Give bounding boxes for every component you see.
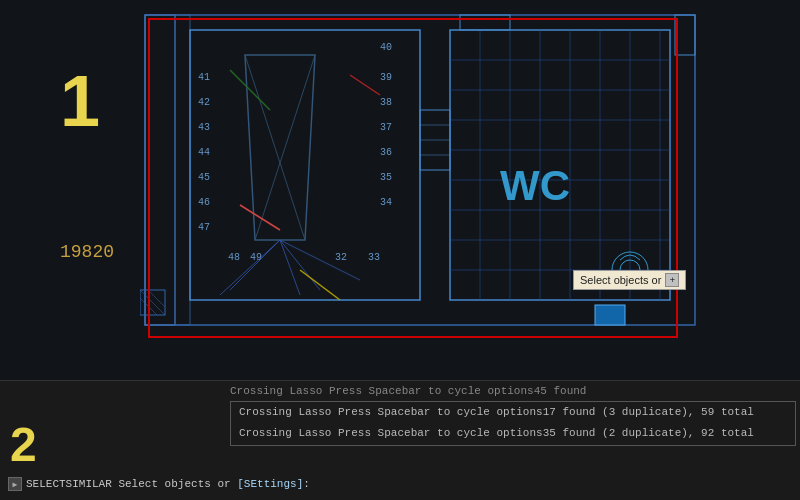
command-prompt: ▶ SELECTSIMILAR Select objects or [SEtti… (0, 474, 800, 494)
prompt-bracket: [SEttings] (237, 478, 303, 490)
tooltip-button[interactable]: + (665, 273, 679, 287)
label-1: 1 (60, 60, 100, 142)
cad-viewport: 41 42 43 44 45 46 47 48 49 32 40 39 38 3… (0, 0, 800, 380)
selection-rectangle (148, 18, 678, 338)
select-objects-tooltip: Select objects or + (573, 270, 686, 290)
command-line-previous: Crossing Lasso Press Spacebar to cycle o… (0, 381, 800, 399)
prompt-selectsimilar: SELECTSIMILAR Select objects or (26, 478, 237, 490)
command-line-1: Crossing Lasso Press Spacebar to cycle o… (231, 402, 795, 423)
tooltip-text: Select objects or (580, 274, 661, 286)
label-2: 2 (10, 417, 37, 472)
command-lines-box: Crossing Lasso Press Spacebar to cycle o… (230, 401, 796, 446)
command-area: Crossing Lasso Press Spacebar to cycle o… (0, 380, 800, 500)
svg-rect-63 (675, 15, 695, 55)
prompt-suffix: : (303, 478, 310, 490)
command-icon: ▶ (8, 477, 22, 491)
command-line-2: Crossing Lasso Press Spacebar to cycle o… (231, 423, 795, 444)
coordinate-display: 19820 (60, 242, 114, 262)
command-prompt-text: SELECTSIMILAR Select objects or [SEtting… (26, 478, 310, 490)
